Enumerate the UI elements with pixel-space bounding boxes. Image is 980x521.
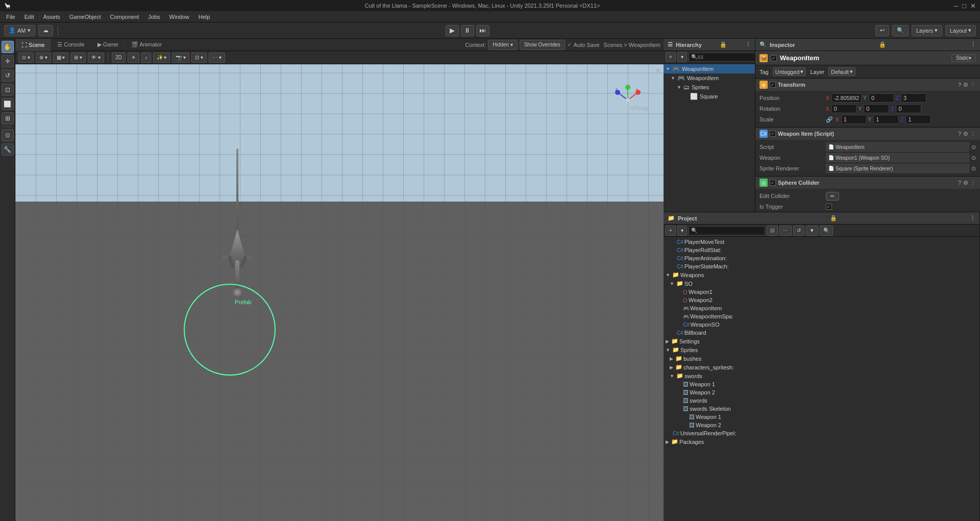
hierarchy-item[interactable]: ⬜Square (664, 92, 755, 101)
account-btn[interactable]: 👤 AM ▾ (4, 25, 35, 36)
inspector-lock-btn[interactable]: 🔒 (879, 41, 886, 48)
tab-scene[interactable]: ⛶ Scene (15, 39, 51, 51)
scene-settings-btn[interactable]: ⋮ (653, 80, 658, 86)
transform-enabled[interactable] (770, 82, 776, 88)
scene-close-btn[interactable]: ✕ (655, 67, 661, 75)
project-item[interactable]: ▼📁SO (664, 279, 979, 288)
rotation-x[interactable]: 0 (831, 104, 857, 113)
2d-btn[interactable]: 2D (112, 53, 126, 63)
is-trigger-checkbox[interactable] (826, 204, 832, 210)
position-z[interactable]: 3 (901, 93, 926, 103)
context-dropdown[interactable]: Hidden ▾ (488, 40, 517, 50)
collider-menu-btn[interactable]: ⋮ (970, 180, 976, 186)
script-ref[interactable]: 📄 WeaponItem (826, 142, 969, 152)
hierarchy-menu-btn[interactable]: ⋮ (745, 41, 751, 48)
hierarchy-filter-btn[interactable]: ▾ (677, 52, 687, 62)
scale-tool[interactable]: ⊡ (2, 84, 14, 96)
obj-enabled-checkbox[interactable] (771, 55, 777, 61)
position-y[interactable]: 0 (869, 93, 894, 103)
project-item[interactable]: 🖼swords (664, 396, 979, 405)
project-item[interactable]: ▼📁swords (664, 371, 979, 380)
scene-gizmo[interactable]: x y z (612, 85, 643, 115)
transform-info-btn[interactable]: ? (958, 82, 961, 88)
pivot-tool[interactable]: ⊙ (2, 129, 14, 141)
weapon-select-btn[interactable]: ⊙ (971, 155, 976, 161)
play-button[interactable]: ▶ (446, 25, 459, 36)
menu-jobs[interactable]: Jobs (144, 13, 164, 21)
scene-view-btn[interactable]: 📷 ▾ (172, 53, 189, 63)
visibility-btn[interactable]: 👁 ▾ (88, 53, 104, 63)
overlay-btn[interactable]: ⋯ ▾ (209, 53, 225, 63)
tab-console[interactable]: ☰ Console (51, 39, 91, 51)
hierarchy-item[interactable]: ▼🎮WeaponItem (664, 64, 755, 73)
weapon-ref[interactable]: 📄 Weapon1 (Weapon SO) (826, 153, 969, 162)
edit-collider-button[interactable]: ✏ (826, 192, 839, 201)
weapon-item-script-header[interactable]: C# Weapon Item (Script) ? ⚙ ⋮ (755, 128, 980, 140)
project-add-btn[interactable]: + (666, 226, 676, 236)
menu-component[interactable]: Component (106, 13, 143, 21)
collider-info-btn[interactable]: ? (958, 180, 961, 186)
sphere-collider-header[interactable]: ◎ Sphere Collider ? ⚙ ⋮ (755, 177, 980, 189)
menu-file[interactable]: File (2, 13, 19, 21)
project-item[interactable]: C#PlayerRollStat: (664, 246, 979, 254)
scene-viewport[interactable]: Prefab <Persp x y z (15, 64, 664, 521)
fx-btn[interactable]: ✨ ▾ (153, 53, 170, 63)
transform-tool[interactable]: ⊞ (2, 112, 14, 125)
maximize-button[interactable]: □ (962, 2, 966, 10)
project-item[interactable]: C#PlayerAnimation: (664, 254, 979, 262)
handle-position-btn[interactable]: ⊕ ▾ (36, 53, 51, 63)
step-button[interactable]: ⏭ (476, 25, 489, 36)
hierarchy-lock-btn[interactable]: 🔒 (720, 41, 727, 48)
project-item[interactable]: ▶📁characters_spritesh: (664, 363, 979, 371)
custom-tool[interactable]: 🔧 (2, 143, 14, 156)
project-item[interactable]: 🎮WeaponItem (664, 304, 979, 312)
project-item[interactable]: 🖼Weapon 1 (664, 413, 979, 421)
project-menu-btn[interactable]: ⋮ (970, 215, 975, 221)
script-settings-btn[interactable]: ⚙ (963, 131, 968, 137)
hand-tool[interactable]: ✋ (2, 41, 14, 53)
close-button[interactable]: ✕ (970, 2, 976, 10)
project-item[interactable]: 🖼Weapon 2 (664, 388, 979, 396)
grid-btn[interactable]: ▦ ▾ (53, 53, 69, 63)
menu-help[interactable]: Help (194, 13, 214, 21)
search-btn[interactable]: 🔍 (892, 25, 909, 36)
undo-btn[interactable]: ↩ (875, 25, 889, 36)
project-search-input[interactable] (697, 228, 768, 234)
project-item[interactable]: C#WeaponSO (664, 320, 979, 329)
project-item[interactable]: ▼📁Weapons (664, 270, 979, 279)
move-tool[interactable]: ✛ (2, 55, 14, 67)
script-select-btn[interactable]: ⊙ (971, 144, 976, 151)
script-info-btn[interactable]: ? (958, 131, 961, 137)
minimize-button[interactable]: ─ (953, 2, 958, 10)
menu-edit[interactable]: Edit (20, 13, 38, 21)
hierarchy-item[interactable]: ▼🗂Sprites (664, 83, 755, 92)
sprite-renderer-select-btn[interactable]: ⊙ (971, 165, 976, 172)
hierarchy-add-btn[interactable]: + (666, 52, 676, 62)
project-item[interactable]: C#Billboard (664, 329, 979, 337)
project-item[interactable]: ⬡Weapon1 (664, 288, 979, 296)
cloud-btn[interactable]: ☁ (38, 25, 53, 36)
sprite-renderer-ref[interactable]: 📄 Square (Sprite Renderer) (826, 164, 969, 173)
project-item[interactable]: 🖼swords Skeleton (664, 405, 979, 413)
scale-z[interactable]: 1 (905, 115, 931, 124)
inspector-content[interactable]: 📦 WeaponItem Static▾ Tag Untagged▾ (755, 51, 980, 212)
transform-menu-btn[interactable]: ⋮ (970, 82, 976, 88)
layout-btn[interactable]: Layout ▾ (945, 25, 976, 36)
tab-game[interactable]: ▶ Game (91, 39, 125, 51)
hierarchy-item[interactable]: ▼🎮WeaponItem (664, 73, 755, 83)
project-lock-btn[interactable]: 🔒 (830, 215, 837, 221)
project-sync-btn[interactable]: ↺ (793, 226, 804, 236)
menu-window[interactable]: Window (165, 13, 193, 21)
lighting-btn[interactable]: ☀ (128, 53, 139, 63)
snap-btn[interactable]: ⊞ ▾ (70, 53, 86, 63)
layer-dropdown[interactable]: Default▾ (828, 67, 855, 76)
project-item[interactable]: ▼📁Sprites (664, 345, 979, 354)
collider-enabled[interactable] (770, 180, 776, 186)
transform-header[interactable]: ⊕ Transform ? ⚙ ⋮ (755, 79, 980, 91)
menu-gameobject[interactable]: GameObject (65, 13, 105, 21)
scale-y[interactable]: 1 (873, 115, 899, 124)
project-filter-btn[interactable]: ▾ (677, 226, 687, 236)
audio-btn[interactable]: ♪ (141, 53, 151, 63)
gizmo-size-btn[interactable]: ⊡ ▾ (191, 53, 207, 63)
scale-x[interactable]: 1 (841, 115, 867, 124)
